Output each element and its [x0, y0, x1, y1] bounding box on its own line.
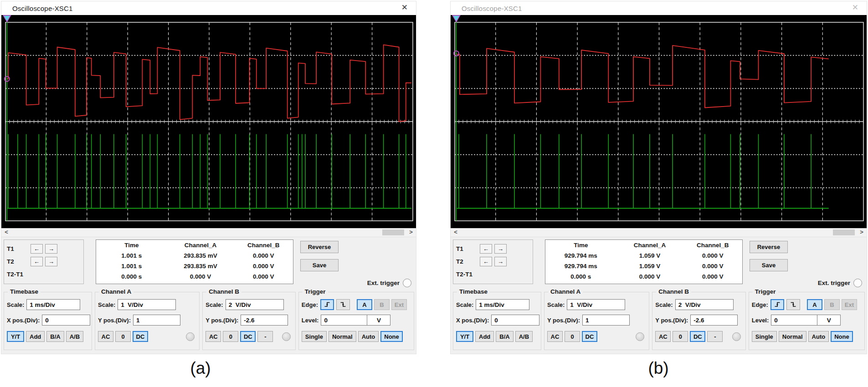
- timebase-xpos-label: X pos.(Div):: [7, 317, 40, 324]
- trigger-auto-button[interactable]: Auto: [808, 331, 829, 342]
- add-mode-button[interactable]: Add: [475, 331, 494, 342]
- scroll-thumb[interactable]: [382, 229, 404, 235]
- channel-b-scale-input[interactable]: [226, 299, 284, 310]
- channel-a-scale-input[interactable]: [567, 299, 625, 310]
- channel-b-ac-button[interactable]: AC: [205, 331, 221, 342]
- channel-a-indicator: [186, 332, 195, 341]
- trigger-none-button[interactable]: None: [380, 331, 403, 342]
- channel-a-zero-button[interactable]: 0: [115, 331, 131, 342]
- t1-time-value: 929.794 ms: [545, 252, 616, 259]
- channel-a-ac-button[interactable]: AC: [547, 331, 563, 342]
- channel-b-dc-button[interactable]: DC: [240, 331, 256, 342]
- t2-channel-b-value: 0.000 V: [234, 263, 293, 270]
- trigger-single-button[interactable]: Single: [302, 331, 327, 342]
- channel-a-dc-button[interactable]: DC: [582, 331, 597, 342]
- channel-a-zero-button[interactable]: 0: [565, 331, 580, 342]
- scroll-left-arrow[interactable]: <: [2, 229, 10, 236]
- channel-b-indicator: [282, 332, 291, 341]
- channel-a-ypos-input[interactable]: [133, 315, 180, 326]
- yt-mode-button[interactable]: Y/T: [7, 331, 24, 342]
- channel-b-ypos-input[interactable]: [241, 315, 288, 326]
- ext-trigger-indicator[interactable]: [403, 279, 411, 287]
- channel-b-scale-input[interactable]: [675, 299, 734, 310]
- channel-a-dc-button[interactable]: DC: [133, 331, 148, 342]
- t1-left-button[interactable]: ←: [31, 244, 43, 254]
- scroll-thumb[interactable]: [833, 229, 855, 235]
- window-title: Oscilloscope-XSC1: [462, 5, 522, 12]
- action-buttons: Reverse Save: [750, 241, 788, 277]
- trigger-normal-button[interactable]: Normal: [329, 331, 356, 342]
- timebase-scale-input[interactable]: [476, 299, 529, 310]
- timebase-xpos-input[interactable]: [491, 315, 539, 326]
- channel-b-minus-button[interactable]: -: [707, 331, 723, 342]
- ext-trigger-indicator[interactable]: [853, 279, 862, 287]
- horizontal-scrollbar[interactable]: < >: [1, 228, 416, 237]
- t1-right-button[interactable]: →: [45, 244, 57, 254]
- horizontal-scrollbar[interactable]: < >: [451, 228, 867, 237]
- edge-rising-icon[interactable]: [320, 299, 334, 310]
- trigger-source-ext-button[interactable]: Ext: [391, 299, 407, 310]
- trigger-level-unit[interactable]: [817, 315, 841, 326]
- save-button[interactable]: Save: [300, 259, 339, 271]
- edge-falling-icon[interactable]: [336, 299, 350, 310]
- t1-channel-a-value: 293.835 mV: [167, 252, 234, 259]
- ext-trigger-label: Ext. trigger: [367, 280, 400, 286]
- close-icon[interactable]: ✕: [852, 3, 858, 12]
- reverse-button[interactable]: Reverse: [300, 241, 339, 253]
- trigger-source-ext-button[interactable]: Ext: [842, 299, 857, 310]
- add-mode-button[interactable]: Add: [26, 331, 45, 342]
- channel-b-dc-button[interactable]: DC: [690, 331, 705, 342]
- subfigure-label-a: (a): [150, 359, 251, 378]
- t2-left-button[interactable]: ←: [31, 257, 43, 266]
- trigger-normal-button[interactable]: Normal: [779, 331, 806, 342]
- t1-left-button[interactable]: ←: [480, 244, 492, 254]
- ab-mode-button[interactable]: A/B: [515, 331, 533, 342]
- trigger-single-button[interactable]: Single: [752, 331, 777, 342]
- ab-mode-button[interactable]: A/B: [66, 331, 83, 342]
- scroll-left-arrow[interactable]: <: [452, 229, 460, 236]
- reverse-button[interactable]: Reverse: [750, 241, 788, 253]
- edge-falling-icon[interactable]: [786, 299, 800, 310]
- trigger-none-button[interactable]: None: [831, 331, 853, 342]
- t2-right-button[interactable]: →: [45, 257, 57, 266]
- trigger-source-a-button[interactable]: A: [357, 299, 372, 310]
- trigger-auto-button[interactable]: Auto: [358, 331, 379, 342]
- channel-a-ypos-input[interactable]: [582, 315, 630, 326]
- edge-rising-icon[interactable]: [770, 299, 784, 310]
- channel-a-scale-input[interactable]: [118, 299, 176, 310]
- t1-right-button[interactable]: →: [494, 244, 507, 254]
- timebase-scale-input[interactable]: [26, 299, 80, 310]
- trigger-level-input[interactable]: [321, 315, 367, 326]
- channel-b-minus-button[interactable]: -: [257, 331, 273, 342]
- ba-mode-button[interactable]: B/A: [496, 331, 513, 342]
- t2-channel-a-value: 293.835 mV: [167, 263, 234, 270]
- readout-header-channel-b: Channel_B: [234, 242, 293, 249]
- yt-mode-button[interactable]: Y/T: [456, 331, 473, 342]
- t2t1-channel-b-value: 0.000 V: [234, 273, 293, 280]
- channel-a-ac-button[interactable]: AC: [98, 331, 113, 342]
- channel-b-ac-button[interactable]: AC: [655, 331, 671, 342]
- trigger-source-b-button[interactable]: B: [824, 299, 840, 310]
- figure: Oscilloscope-XSC1 ✕ < > T1 ← → T2 ← →: [0, 0, 868, 387]
- titlebar[interactable]: Oscilloscope-XSC1 ✕: [451, 1, 867, 15]
- channel-b-zero-button[interactable]: 0: [223, 331, 238, 342]
- ext-trigger: Ext. trigger: [367, 279, 411, 287]
- channel-b-ypos-input[interactable]: [690, 315, 738, 326]
- scroll-right-arrow[interactable]: >: [407, 229, 415, 236]
- trigger-level-unit[interactable]: [367, 315, 390, 326]
- trigger-source-b-button[interactable]: B: [374, 299, 390, 310]
- scroll-right-arrow[interactable]: >: [858, 229, 866, 236]
- close-icon[interactable]: ✕: [401, 3, 408, 12]
- t2-right-button[interactable]: →: [494, 257, 507, 266]
- channel-b-zero-button[interactable]: 0: [673, 331, 688, 342]
- ba-mode-button[interactable]: B/A: [46, 331, 64, 342]
- timebase-xpos-input[interactable]: [42, 315, 90, 326]
- trigger-level-input[interactable]: [771, 315, 817, 326]
- window-title: Oscilloscope-XSC1: [12, 5, 73, 12]
- channel-b-group: Channel B Scale: Y pos.(Div): AC 0 DC -: [202, 292, 296, 350]
- titlebar[interactable]: Oscilloscope-XSC1 ✕: [1, 1, 416, 15]
- timebase-xpos-label: X pos.(Div):: [456, 317, 489, 324]
- t2-left-button[interactable]: ←: [480, 257, 492, 266]
- trigger-source-a-button[interactable]: A: [807, 299, 822, 310]
- save-button[interactable]: Save: [750, 259, 788, 271]
